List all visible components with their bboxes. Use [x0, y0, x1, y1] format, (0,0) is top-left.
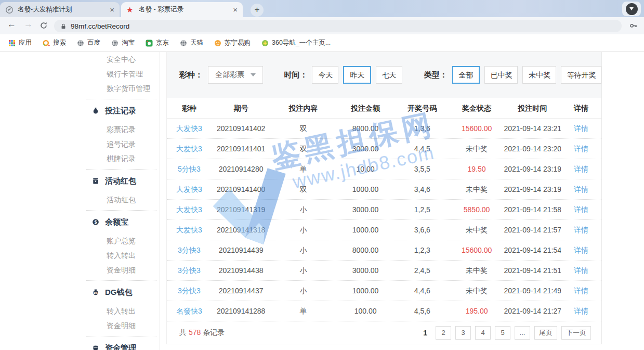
bookmark-tmall[interactable]: 天猫: [177, 37, 206, 49]
key-icon[interactable]: [629, 22, 638, 30]
jd-icon: [146, 40, 153, 47]
type-filter-button[interactable]: 等待开奖: [561, 66, 601, 84]
search-360-icon: [43, 40, 50, 47]
sidebar-item-transfer-dg[interactable]: 转入转出: [83, 304, 160, 318]
bet-time: 2021-09-14 23:20:24: [504, 139, 561, 159]
bet-content: 小: [271, 220, 336, 240]
draw-numbers: 1,3,6: [395, 119, 450, 138]
page-button[interactable]: ...: [515, 326, 530, 340]
sidebar-item-bank-card[interactable]: 银行卡管理: [83, 67, 160, 81]
current-page[interactable]: 1: [423, 329, 427, 337]
bet-content: 双: [271, 179, 336, 199]
bet-content: 小: [271, 281, 336, 301]
bookmark-360nav[interactable]: 360导航_一个主页...: [258, 37, 334, 49]
lottery-name-link[interactable]: 3分快3: [167, 261, 212, 280]
bookmark-jd[interactable]: 京东: [142, 37, 172, 49]
lottery-name-link[interactable]: 大发快3: [167, 200, 212, 219]
lottery-name-link[interactable]: 大发快3: [167, 179, 212, 199]
lottery-name-link[interactable]: 大发快3: [167, 139, 212, 159]
tab-title: 名發-大发精准计划: [18, 5, 106, 14]
sidebar-divider: [86, 169, 156, 170]
pagination: 1 2345...尾页下一页: [423, 326, 591, 340]
time-filter-button[interactable]: 今天: [312, 66, 338, 84]
detail-link[interactable]: 详情: [561, 139, 601, 159]
sidebar-item-account-overview[interactable]: 账户总览: [83, 234, 160, 248]
lottery-name-link[interactable]: 3分快3: [167, 240, 212, 260]
globe-icon: [111, 40, 119, 47]
detail-link[interactable]: 详情: [561, 220, 601, 240]
sidebar-item-security-center[interactable]: 安全中心: [83, 52, 160, 67]
section-label: 投注记录: [105, 103, 136, 118]
detail-link[interactable]: 详情: [561, 179, 601, 199]
reload-icon[interactable]: [40, 21, 48, 30]
bookmark-baidu[interactable]: 百度: [74, 37, 103, 49]
bookmark-apps[interactable]: 应用: [5, 37, 35, 49]
page-button[interactable]: 3: [455, 326, 471, 340]
time-filter-button[interactable]: 七天: [376, 66, 402, 84]
detail-link[interactable]: 详情: [561, 240, 601, 260]
time-filter-button[interactable]: 昨天: [343, 66, 371, 84]
browser-tab-plan[interactable]: 名發-大发精准计划 ×: [0, 2, 120, 17]
media-control-button[interactable]: [626, 3, 638, 15]
close-tab-icon[interactable]: ×: [110, 5, 114, 14]
lottery-select[interactable]: 全部彩票: [208, 66, 263, 84]
lottery-name-link[interactable]: 大发快3: [167, 119, 212, 138]
page-button[interactable]: 下一页: [561, 326, 591, 340]
prize-status: 未中奖: [466, 266, 488, 275]
filter-bar: 彩种： 全部彩票 时间： 今天昨天七天 类型： 全部已中奖未中奖等待开奖: [167, 52, 601, 98]
sidebar-section-yuebao[interactable]: $ 余额宝: [83, 215, 160, 229]
sidebar-item-lottery-records[interactable]: 彩票记录: [83, 122, 160, 137]
red-envelope-icon: [92, 177, 99, 185]
back-icon[interactable]: ←: [7, 19, 16, 30]
type-filter-label: 类型：: [424, 70, 448, 80]
sidebar-item-board-records[interactable]: 棋牌记录: [83, 151, 160, 166]
detail-link[interactable]: 详情: [561, 261, 601, 280]
page-button[interactable]: 4: [475, 326, 491, 340]
bet-record-panel: 彩种： 全部彩票 时间： 今天昨天七天 类型： 全部已中奖未中奖等待开奖 彩种 …: [166, 52, 602, 344]
type-filter-button[interactable]: 未中奖: [522, 66, 556, 84]
section-label: DG钱包: [105, 285, 133, 300]
sidebar-section-bet-records[interactable]: 投注记录: [83, 103, 160, 118]
svg-text:$: $: [94, 220, 97, 225]
detail-link[interactable]: 详情: [561, 200, 601, 219]
detail-link[interactable]: 详情: [561, 301, 601, 321]
table-footer: 共578条记录 1 2345...尾页下一页: [167, 321, 601, 344]
lottery-name-link[interactable]: 名發快3: [167, 301, 212, 321]
sidebar-section-dg-wallet[interactable]: DG DG钱包: [83, 285, 160, 300]
coins-icon: [92, 344, 99, 350]
issue-number: 202109141318: [212, 220, 271, 240]
page-button[interactable]: 5: [495, 326, 510, 340]
section-label: 活动红包: [105, 174, 136, 188]
detail-link[interactable]: 详情: [561, 159, 601, 179]
browser-tab-bet-record[interactable]: ★ 名發 - 彩票记录 ×: [121, 2, 243, 17]
page-button[interactable]: 2: [436, 326, 451, 340]
lottery-name-link[interactable]: 大发快3: [167, 220, 212, 240]
lottery-name-link[interactable]: 3分快3: [167, 281, 212, 301]
sidebar-section-funds-manage[interactable]: 资金管理: [83, 341, 160, 350]
bet-time: 2021-09-14 21:58:37: [504, 200, 561, 219]
forward-icon[interactable]: →: [24, 19, 33, 30]
sidebar-item-chase-records[interactable]: 追号记录: [83, 137, 160, 151]
sidebar-item-funds-detail-yuebao[interactable]: 资金明细: [83, 263, 160, 277]
draw-numbers: 1,2,5: [395, 200, 450, 219]
type-filter-button[interactable]: 已中奖: [484, 66, 518, 84]
sidebar-item-transfer-yuebao[interactable]: 转入转出: [83, 248, 160, 263]
type-filter-button[interactable]: 全部: [452, 66, 480, 84]
bookmark-taobao[interactable]: 淘宝: [108, 37, 138, 49]
bet-content: 小: [271, 240, 336, 260]
lottery-name-link[interactable]: 5分快3: [167, 159, 212, 179]
address-bar[interactable]: 98mf.cc/betRecord: [54, 20, 622, 32]
sidebar-divider: [86, 99, 156, 99]
sidebar-item-red-packet[interactable]: 活动红包: [83, 192, 160, 207]
sidebar-item-funds-detail-dg[interactable]: 资金明细: [83, 318, 160, 333]
sidebar-section-red-packet[interactable]: 活动红包: [83, 174, 160, 188]
new-tab-button[interactable]: +: [251, 4, 264, 17]
detail-link[interactable]: 详情: [561, 119, 601, 138]
close-tab-icon[interactable]: ×: [233, 5, 238, 14]
sidebar-item-digital-currency[interactable]: 数字货币管理: [83, 81, 160, 96]
bookmark-suning[interactable]: 苏宁易购: [211, 37, 254, 49]
page-button[interactable]: 尾页: [534, 326, 557, 340]
detail-link[interactable]: 详情: [561, 281, 601, 301]
issue-number: 20210914439: [212, 240, 271, 260]
bookmark-search[interactable]: 搜索: [40, 37, 69, 49]
